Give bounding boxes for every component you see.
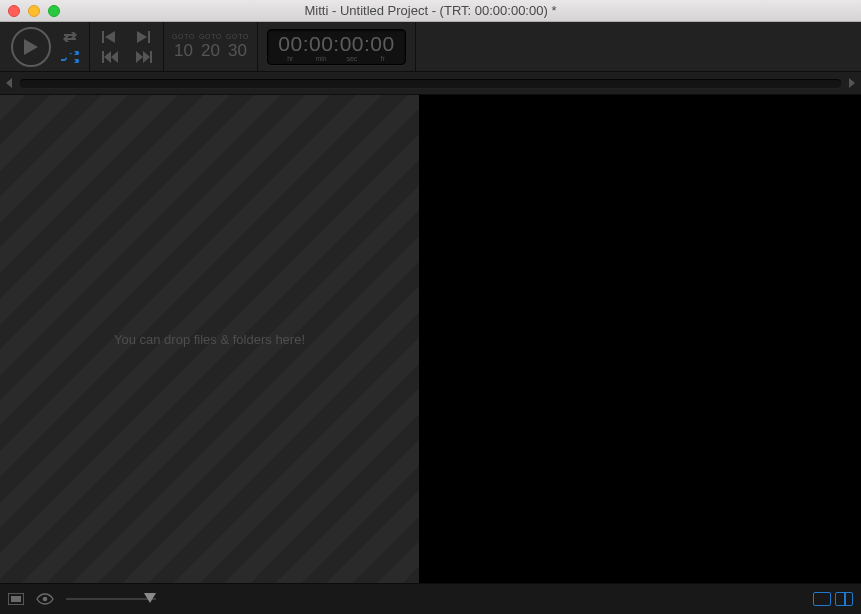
minimize-window-button[interactable]	[28, 5, 40, 17]
preview-panel[interactable]	[419, 95, 861, 583]
goto-label: GOTO	[170, 33, 197, 40]
window-title: Mitti - Untitled Project - (TRT: 00:00:0…	[0, 3, 861, 18]
timecode-value: 00:00:00:00	[278, 33, 394, 54]
slider-track	[66, 598, 156, 600]
svg-rect-1	[11, 596, 21, 602]
goto-number: 10	[174, 41, 193, 60]
goto-20-button[interactable]: GOTO 20	[197, 33, 224, 61]
next-cue-button[interactable]	[136, 31, 150, 43]
layout-single-button[interactable]	[813, 592, 831, 606]
tc-unit-min: min	[311, 55, 331, 62]
opacity-slider[interactable]	[66, 594, 156, 604]
rewind-button[interactable]	[102, 51, 118, 63]
goto-group: GOTO 10 GOTO 20 GOTO 30	[164, 22, 258, 71]
goto-30-button[interactable]: GOTO 30	[224, 33, 251, 61]
close-window-button[interactable]	[8, 5, 20, 17]
goto-label: GOTO	[197, 33, 224, 40]
timecode-display[interactable]: 00:00:00:00 hr min sec fr	[267, 29, 405, 65]
footer	[0, 583, 861, 614]
eye-icon	[36, 593, 54, 605]
timeline-track[interactable]	[20, 79, 841, 88]
goto-10-button[interactable]: GOTO 10	[170, 33, 197, 61]
layout-split-button[interactable]	[835, 592, 853, 606]
goto-number: 30	[228, 41, 247, 60]
chevron-right-icon	[848, 78, 856, 88]
timeline-strip	[0, 72, 861, 95]
cue-list-panel[interactable]: You can drop files & folders here!	[0, 95, 419, 583]
playback-group	[0, 22, 90, 71]
play-icon	[23, 38, 39, 56]
prev-cue-button[interactable]	[102, 31, 116, 43]
timeline-scroll-right[interactable]	[843, 72, 861, 94]
fast-forward-button[interactable]	[136, 51, 152, 63]
timecode-group: 00:00:00:00 hr min sec fr	[258, 22, 416, 71]
fullscreen-icon	[8, 593, 24, 605]
tc-unit-hr: hr	[280, 55, 300, 62]
fullscreen-button[interactable]	[8, 593, 24, 605]
timecode-unit-labels: hr min sec fr	[278, 55, 394, 62]
tc-unit-sec: sec	[342, 55, 362, 62]
goto-number: 20	[201, 41, 220, 60]
titlebar: Mitti - Untitled Project - (TRT: 00:00:0…	[0, 0, 861, 22]
loop-button[interactable]	[61, 31, 79, 43]
goto-label: GOTO	[224, 33, 251, 40]
slider-thumb-icon	[144, 593, 156, 603]
shuffle-button[interactable]	[61, 51, 79, 63]
transport-group	[90, 22, 164, 71]
cue-list-background	[0, 95, 419, 583]
svg-point-2	[43, 597, 48, 602]
toolbar: GOTO 10 GOTO 20 GOTO 30 00:00:00:00 hr m…	[0, 22, 861, 72]
maximize-window-button[interactable]	[48, 5, 60, 17]
main-area: You can drop files & folders here!	[0, 95, 861, 583]
layout-buttons	[813, 592, 853, 606]
window-controls	[8, 5, 60, 17]
play-button[interactable]	[11, 27, 51, 67]
tc-unit-fr: fr	[373, 55, 393, 62]
preview-visibility-button[interactable]	[36, 593, 54, 605]
chevron-left-icon	[5, 78, 13, 88]
timeline-scroll-left[interactable]	[0, 72, 18, 94]
